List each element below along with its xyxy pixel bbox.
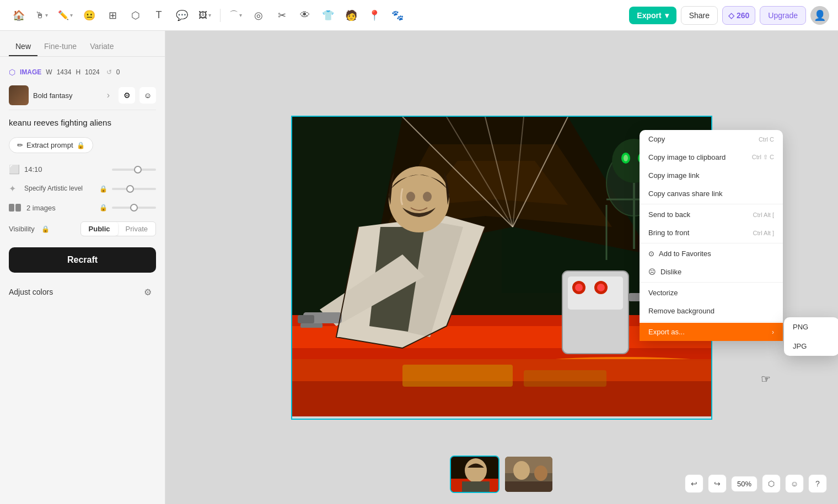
menu-item-favorites[interactable]: ⊙ Add to Favorites <box>640 245 783 263</box>
menu-divider-1 <box>640 204 783 204</box>
artistic-level-slider[interactable] <box>112 188 156 190</box>
select-tool-dropdown[interactable]: 🖱 ▾ <box>32 8 51 23</box>
diamond-icon: ◇ <box>728 11 737 20</box>
menu-item-dislike[interactable]: ☹ Dislike <box>640 263 783 281</box>
recraft-button[interactable]: Recraft <box>9 247 156 273</box>
text-tool-button[interactable]: T <box>149 6 169 25</box>
style-name: Bold fantasy <box>33 91 73 100</box>
tab-variate[interactable]: Variate <box>83 37 120 56</box>
visibility-public-button[interactable]: Public <box>81 222 118 236</box>
submenu-item-jpg[interactable]: JPG <box>784 337 838 356</box>
menu-item-vectorize[interactable]: Vectorize <box>640 284 783 302</box>
lock-icon: 🔒 <box>41 225 50 233</box>
menu-dislike-label: Dislike <box>660 268 681 276</box>
credits-badge[interactable]: ◇ 260 <box>722 6 755 25</box>
avatar-button[interactable]: 👤 <box>810 6 829 25</box>
curve-tool-dropdown[interactable]: ⌒ ▾ <box>226 7 245 23</box>
submenu-item-png[interactable]: PNG <box>784 317 838 337</box>
context-menu: Copy Ctrl C Copy image to clipboard Ctrl… <box>640 130 783 341</box>
tab-finetune[interactable]: Fine-tune <box>37 37 83 56</box>
menu-item-copy-clipboard[interactable]: Copy image to clipboard Ctrl ⇧ C <box>640 148 783 166</box>
artistic-level-label: Specify Artistic level <box>24 185 95 192</box>
menu-item-bring-front[interactable]: Bring to front Ctrl Alt ] <box>640 224 783 242</box>
canvas-area[interactable]: Copy Ctrl C Copy image to clipboard Ctrl… <box>165 31 838 504</box>
help-button[interactable]: ? <box>808 474 827 493</box>
style-icons: ⚙ ☺ <box>119 87 156 104</box>
aspect-ratio-slider-container <box>112 169 156 171</box>
draw-tool-dropdown[interactable]: ✏️ ▾ <box>55 8 76 23</box>
upgrade-button[interactable]: Upgrade <box>760 6 806 25</box>
menu-copy-shortcut: Ctrl C <box>759 136 774 143</box>
undo-button[interactable]: ↩ <box>685 474 703 493</box>
favorites-icon: ⊙ <box>648 250 654 258</box>
pen-icon: ✏️ <box>58 10 69 20</box>
eraser-tool-button[interactable]: ◎ <box>249 6 268 25</box>
prompt-text: keanu reeves fighting aliens <box>9 110 156 135</box>
menu-item-copy[interactable]: Copy Ctrl C <box>640 130 783 148</box>
menu-item-send-back[interactable]: Send to back Ctrl Alt [ <box>640 205 783 224</box>
menu-item-remove-bg[interactable]: Remove background <box>640 302 783 320</box>
home-button[interactable]: 🏠 <box>9 6 29 25</box>
sidebar-content: ⬡ IMAGE W 1434 H 1024 ↺ 0 Bold fantasy ›… <box>0 57 165 504</box>
aspect-ratio-icon: ⬜ <box>9 164 20 175</box>
image-height: 1024 <box>85 68 100 76</box>
scissors-tool-button[interactable]: ✂ <box>272 6 292 25</box>
crop-tool-button[interactable]: ⊞ <box>103 6 122 25</box>
menu-item-export-as[interactable]: Export as... › PNG JPG <box>640 323 783 341</box>
menu-bring-front-label: Bring to front <box>648 229 689 237</box>
menu-send-back-label: Send to back <box>648 210 690 219</box>
menu-item-copy-image-link[interactable]: Copy image link <box>640 166 783 185</box>
misc-tool-button[interactable]: 🐾 <box>388 6 407 25</box>
aspect-ratio-row: ⬜ 14:10 <box>9 160 156 179</box>
extract-prompt-button[interactable]: ✏ Extract prompt 🔒 <box>9 137 93 153</box>
toolbar-right: Export ▾ Share ◇ 260 Upgrade 👤 <box>629 6 829 25</box>
sidebar-tabs: New Fine-tune Variate <box>0 31 165 57</box>
menu-favorites-label: Add to Favorites <box>659 250 711 258</box>
face-tool-button[interactable]: 😐 <box>79 6 99 25</box>
image-icon: 🖼 <box>198 10 207 20</box>
export-submenu: PNG JPG <box>784 317 838 356</box>
thumbnail-1[interactable] <box>450 456 499 493</box>
menu-item-copy-canvas-link[interactable]: Copy canvas share link <box>640 185 783 203</box>
adjust-colors-label: Adjust colors <box>9 288 139 296</box>
redo-button[interactable]: ↪ <box>708 474 727 493</box>
images-count-slider[interactable] <box>112 207 156 209</box>
menu-export-as-label: Export as... <box>648 328 685 336</box>
svg-point-53 <box>465 458 487 483</box>
export-label: Export <box>637 11 661 20</box>
image-tool-dropdown[interactable]: 🖼 ▾ <box>195 8 214 23</box>
smiley-button[interactable]: ☺ <box>139 87 156 104</box>
menu-remove-bg-label: Remove background <box>648 307 715 315</box>
chevron-down-icon: ▾ <box>239 12 242 18</box>
divider <box>220 9 221 22</box>
menu-vectorize-label: Vectorize <box>648 289 678 297</box>
sliders-button[interactable]: ⚙ <box>119 87 135 104</box>
menu-copy-image-link-label: Copy image link <box>648 171 700 180</box>
tab-new[interactable]: New <box>9 37 37 56</box>
image-rotation: 0 <box>116 68 120 76</box>
adjust-colors-button[interactable]: ⚙ <box>139 284 156 300</box>
shirt-tool-button[interactable]: 👕 <box>318 6 338 25</box>
pencil-icon: ✏ <box>17 141 23 149</box>
thumbnail-2[interactable] <box>504 456 554 493</box>
face2-tool-button[interactable]: 🧑 <box>341 6 361 25</box>
menu-divider-2 <box>640 243 783 243</box>
sidebar: New Fine-tune Variate ⬡ IMAGE W 1434 H 1… <box>0 31 165 504</box>
image-width-label: W <box>46 68 52 76</box>
image-height-label: H <box>76 68 80 76</box>
chevron-right-icon: › <box>107 90 110 100</box>
share-button[interactable]: Share <box>681 6 718 25</box>
history-button[interactable]: ☺ <box>785 474 804 493</box>
comment-tool-button[interactable]: 💬 <box>172 6 192 25</box>
menu-copy-label: Copy <box>648 135 665 143</box>
menu-bring-front-shortcut: Ctrl Alt ] <box>753 230 774 236</box>
aspect-ratio-slider[interactable] <box>112 169 156 171</box>
eye-tool-button[interactable]: 👁 <box>295 6 315 25</box>
chevron-down-icon: ▾ <box>665 11 669 20</box>
main-layout: New Fine-tune Variate ⬡ IMAGE W 1434 H 1… <box>0 31 838 504</box>
export-button[interactable]: Export ▾ <box>629 7 676 24</box>
visibility-private-button[interactable]: Private <box>118 222 155 236</box>
frame-tool-button[interactable]: ⬡ <box>126 6 146 25</box>
location-tool-button[interactable]: 📍 <box>364 6 384 25</box>
layers-button[interactable]: ⬡ <box>762 474 781 493</box>
